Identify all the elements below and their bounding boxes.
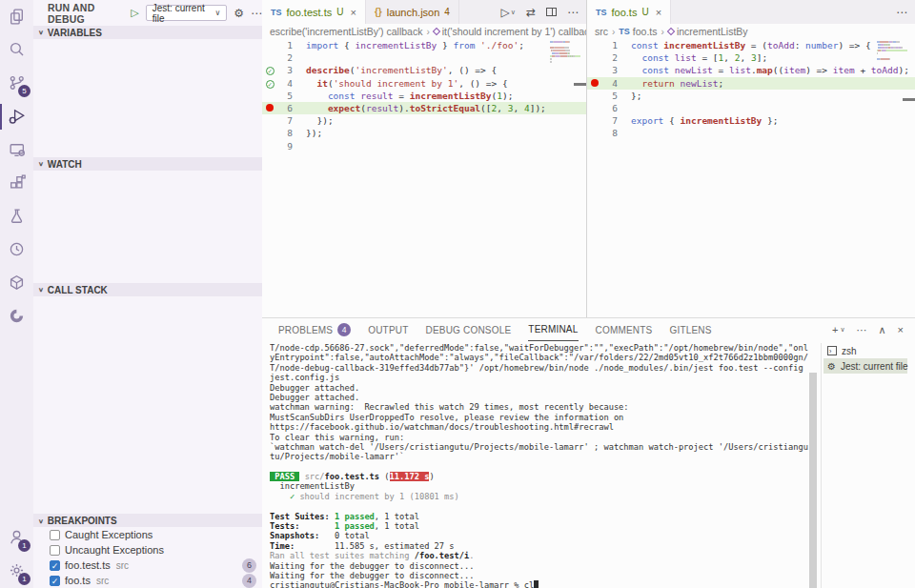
token: , () => {	[448, 65, 497, 75]
activity-bar: 5 11	[0, 0, 33, 588]
breakpoint-checkbox[interactable]: ✓	[50, 560, 60, 571]
breakpoint-checkbox[interactable]	[50, 545, 60, 556]
tab-launch.json[interactable]: {}launch.json4	[366, 0, 459, 24]
sidebar-more-actions-icon[interactable]: ⋯	[251, 7, 262, 20]
terminal-line: Test Suites: 1 passed, 1 total	[270, 512, 809, 521]
maximize-panel-icon[interactable]: ∧	[879, 324, 886, 336]
editor-area: TSfoo.test.tsU×{}launch.json4▷∨⇄⋯escribe…	[262, 0, 915, 317]
tab-label: foo.ts	[612, 7, 638, 18]
breadcrumb-label: it('should increment by 1') callback	[442, 26, 586, 37]
panel-tab-output[interactable]: OUTPUT	[368, 318, 408, 341]
more-actions-icon[interactable]: ⋯	[857, 324, 867, 336]
overview-ruler-slider[interactable]	[574, 83, 586, 86]
code-line[interactable]: 5 const result = incrementListBy(1);	[262, 90, 586, 102]
breadcrumb-item[interactable]: incrementListBy	[668, 26, 748, 37]
close-panel-icon[interactable]: ×	[898, 324, 904, 335]
code-line[interactable]: 6	[587, 102, 915, 114]
code-line[interactable]: 7 });	[262, 114, 586, 127]
panel-tab-gitlens[interactable]: GITLENS	[669, 318, 711, 341]
code-editor-left[interactable]: 1import { incrementListBy } from './foo'…	[262, 39, 586, 317]
code-editor-right[interactable]: 1const incrementListBy = (toAdd: number)…	[587, 39, 915, 317]
tab-bar: TSfoo.test.tsU×{}launch.json4▷∨⇄⋯	[262, 0, 586, 24]
code-line[interactable]: 7export { incrementListBy };	[587, 114, 915, 127]
code-text: const list = [1, 2, 3];	[623, 52, 767, 63]
debug-config-dropdown[interactable]: Jest: current file ∨	[146, 5, 227, 21]
code-line[interactable]: 8});	[262, 127, 586, 139]
section-header-breakpoints[interactable]: ∨ BREAKPOINTS	[33, 514, 262, 527]
gutter: 3	[587, 65, 623, 75]
activity-bar-item-package[interactable]	[0, 267, 33, 300]
section-label: VARIABLES	[48, 28, 102, 38]
code-line[interactable]: 5};	[587, 90, 915, 102]
activity-bar-item-testing[interactable]	[0, 200, 33, 233]
terminal-line: watchman warning: Recrawled this watch 2…	[270, 402, 809, 412]
breakpoint-checkbox[interactable]: ✓	[50, 576, 60, 586]
section-header-variables[interactable]: ∨ VARIABLES	[33, 26, 262, 39]
breakpoint-checkbox[interactable]	[50, 530, 60, 540]
more-actions-icon[interactable]: ⋯	[567, 6, 579, 19]
gutter: ✓4	[262, 78, 298, 89]
code-line[interactable]: 3 const newList = list.map((item) => ite…	[587, 64, 915, 76]
terminal-scrollbar[interactable]	[809, 373, 817, 588]
terminal-instance-jest:-current-file[interactable]: ⚙Jest: current file	[824, 358, 907, 374]
code-line[interactable]: 2 const list = [1, 2, 3];	[587, 51, 915, 64]
code-line[interactable]: ✓3describe('incrementListBy', () => {	[262, 64, 586, 76]
breadcrumb-item[interactable]: src	[595, 26, 608, 37]
code-text: export { incrementListBy };	[623, 115, 778, 126]
activity-bar-item-accounts[interactable]: 1	[0, 521, 33, 555]
code-line[interactable]: 1const incrementListBy = (toAdd: number)…	[587, 39, 915, 51]
code-line[interactable]: ✓4 it('should increment by 1', () => {	[262, 77, 586, 90]
close-icon[interactable]: ×	[656, 7, 661, 18]
activity-bar-item-timer[interactable]	[0, 233, 33, 267]
breadcrumb: src›TSfoo.ts›incrementListBy	[587, 24, 915, 39]
panel-tab-comments[interactable]: COMMENTS	[596, 318, 653, 341]
minimap[interactable]	[877, 39, 907, 64]
overview-ruler-slider[interactable]	[903, 98, 915, 101]
breadcrumb-item[interactable]: it('should increment by 1') callback	[434, 26, 586, 37]
run-or-debug-icon[interactable]: ▷∨	[501, 6, 516, 19]
code-line[interactable]: 8	[587, 127, 915, 139]
terminal-instance-zsh[interactable]: ›zsh	[824, 343, 907, 358]
code-line[interactable]: 2	[262, 51, 586, 64]
vscode-window: 5 11 RUN AND DEBUG ▷ Jest: current file …	[0, 0, 915, 588]
code-line[interactable]: 4 return newList;	[587, 77, 915, 90]
code-line[interactable]: 1import { incrementListBy } from './foo'…	[262, 39, 586, 51]
debug-settings-gear-icon[interactable]: ⚙	[234, 7, 244, 20]
activity-bar-item-source-control[interactable]: 5	[0, 67, 33, 100]
panel-tab-debug-console[interactable]: DEBUG CONSOLE	[425, 318, 511, 341]
breakpoint-row[interactable]: ✓foo.test.tssrc6	[33, 558, 262, 573]
activity-bar-item-settings[interactable]: 1	[0, 555, 33, 588]
token: './foo'	[480, 40, 518, 51]
tab-foo.test.ts[interactable]: TSfoo.test.tsU×	[262, 0, 366, 24]
breadcrumb-item[interactable]: TSfoo.ts	[619, 26, 657, 37]
terminal-output[interactable]: T/node-cdp.56686-27.sock","deferredMode"…	[270, 343, 809, 586]
new-terminal-icon[interactable]: +∨	[832, 324, 845, 335]
section-header-call-stack[interactable]: ∨ CALL STACK	[33, 283, 262, 296]
token	[306, 103, 328, 113]
split-editor-icon[interactable]	[546, 8, 557, 16]
activity-bar-item-run-and-debug[interactable]	[0, 100, 33, 133]
panel-tab-problems[interactable]: PROBLEMS4	[278, 318, 351, 341]
terminal-text: MustScanSubDirs UserDroppedTo resolve, p…	[270, 413, 623, 422]
activity-bar-item-remote-explorer[interactable]	[0, 133, 33, 167]
breakpoint-row[interactable]: Uncaught Exceptions	[33, 542, 262, 558]
breakpoint-row[interactable]: Caught Exceptions	[33, 527, 262, 542]
minimap[interactable]	[550, 39, 580, 67]
activity-bar-item-search[interactable]	[0, 33, 33, 67]
code-line[interactable]: 9	[262, 140, 586, 152]
tab-foo.ts[interactable]: TSfoo.tsU×	[587, 0, 671, 24]
close-icon[interactable]: ×	[350, 7, 356, 18]
start-debug-button[interactable]: ▷	[131, 7, 138, 19]
breakpoint-line-badge: 4	[242, 574, 256, 588]
activity-bar-item-explorer[interactable]	[0, 0, 33, 33]
activity-bar-top: 5	[0, 0, 33, 334]
more-actions-icon[interactable]: ⋯	[896, 6, 907, 19]
panel-tab-terminal[interactable]: TERMINAL	[528, 318, 578, 341]
breadcrumb-item[interactable]: escribe('incrementListBy') callback	[270, 26, 422, 37]
compare-icon[interactable]: ⇄	[526, 6, 536, 19]
activity-bar-item-extensions[interactable]	[0, 167, 33, 200]
code-line[interactable]: 6 expect(result).toStrictEqual([2, 3, 4]…	[262, 102, 586, 114]
breakpoint-row[interactable]: ✓foo.tssrc4	[33, 573, 262, 588]
activity-bar-item-swirl[interactable]	[0, 300, 33, 334]
section-header-watch[interactable]: ∨ WATCH	[33, 157, 262, 171]
